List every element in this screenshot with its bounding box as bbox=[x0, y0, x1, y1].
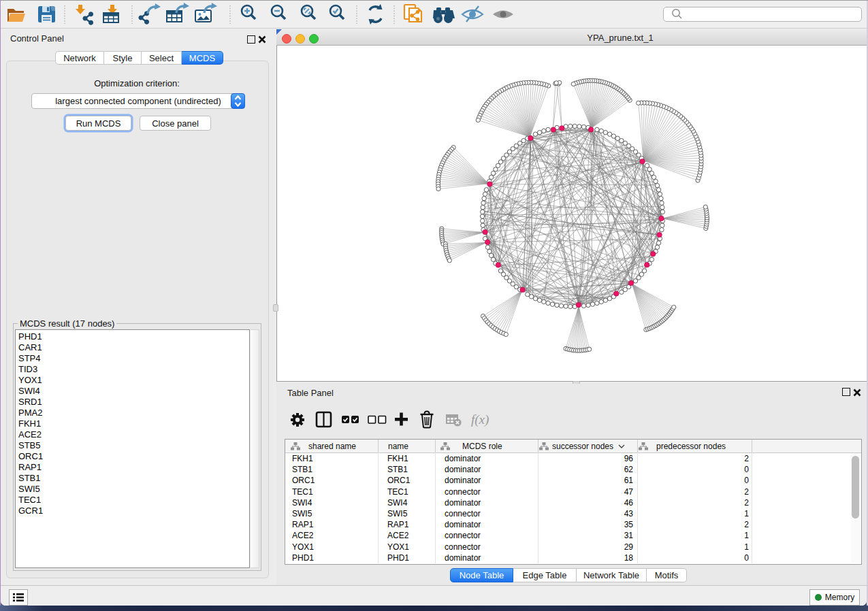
svg-text:f(x): f(x) bbox=[471, 412, 489, 427]
